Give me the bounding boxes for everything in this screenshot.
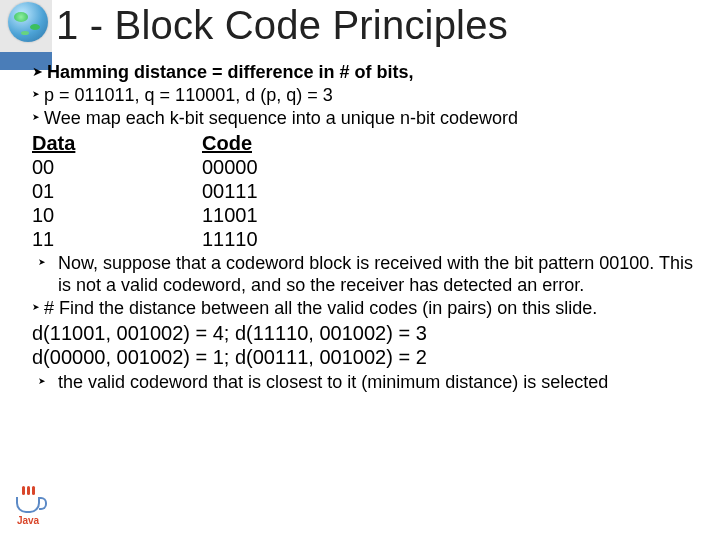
chevron-icon: ➤ — [32, 302, 40, 313]
table-cell: 01 — [32, 179, 202, 203]
chevron-icon: ➤ — [32, 65, 43, 80]
chevron-icon: ➤ — [32, 89, 40, 100]
table-cell: 11001 — [202, 203, 702, 227]
slide-body: ➤ Hamming distance = difference in # of … — [32, 62, 702, 394]
text: distance = difference in # of bits, — [134, 62, 414, 82]
bullet-example-pq: ➤ p = 011011, q = 110001, d (p, q) = 3 — [32, 85, 702, 107]
table-cell: 10 — [32, 203, 202, 227]
text: Now, suppose that a codeword block is re… — [58, 253, 702, 297]
table-cell: 11110 — [202, 227, 702, 251]
chevron-icon: ➤ — [38, 257, 46, 268]
java-logo-icon: Java — [6, 486, 50, 526]
bullet-closest: ➤ the valid codeword that is closest to … — [32, 372, 702, 394]
text: p = 011011, q = 110001, d (p, q) = 3 — [44, 85, 333, 107]
java-label: Java — [6, 515, 50, 526]
bullet-map: ➤ Wee map each k-bit sequence into a uni… — [32, 108, 702, 130]
table-cell: 00 — [32, 155, 202, 179]
bullet-now-suppose: ➤ Now, suppose that a codeword block is … — [32, 253, 702, 297]
table-cell: 11 — [32, 227, 202, 251]
chevron-icon: ➤ — [38, 376, 46, 387]
distance-line-2: d(00000, 001002) = 1; d(00111, 001002) =… — [32, 345, 702, 369]
text: Wee map each k-bit sequence into a uniqu… — [44, 108, 518, 130]
text: # Find the distance between all the vali… — [44, 298, 597, 320]
slide-title: 1 - Block Code Principles — [56, 0, 706, 54]
code-table: Data Code 0000000 0100111 1011001 111111… — [32, 131, 702, 251]
table-header-data: Data — [32, 131, 202, 155]
slide: 1 - Block Code Principles ➤ Hamming dist… — [0, 0, 720, 540]
globe-icon — [8, 2, 48, 42]
bullet-exercise: ➤ # Find the distance between all the va… — [32, 298, 702, 320]
table-cell: 00111 — [202, 179, 702, 203]
bullet-hamming: ➤ Hamming distance = difference in # of … — [32, 62, 702, 84]
distance-line-1: d(11001, 001002) = 4; d(11110, 001002) =… — [32, 321, 702, 345]
table-cell: 00000 — [202, 155, 702, 179]
table-header-code: Code — [202, 131, 702, 155]
text: Hamming — [47, 62, 129, 82]
text: the valid codeword that is closest to it… — [58, 372, 608, 394]
chevron-icon: ➤ — [32, 112, 40, 123]
